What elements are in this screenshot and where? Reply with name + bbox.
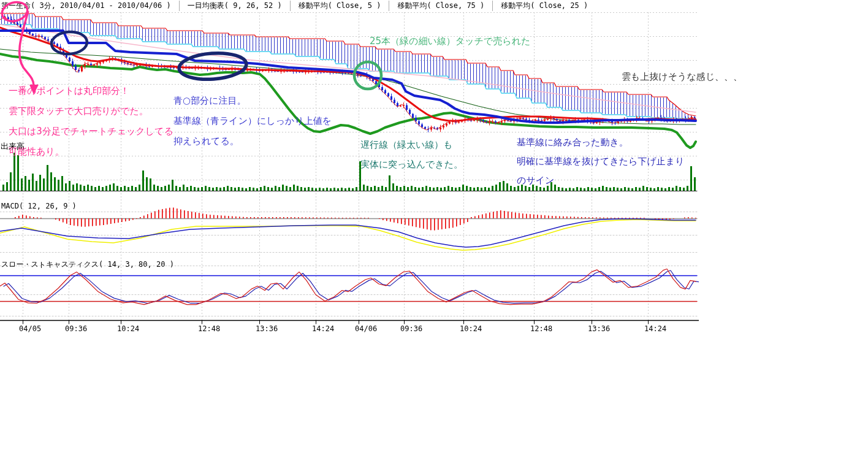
axis-tick-label: 14:24 [312,324,334,333]
axis-tick-label: 13:36 [588,324,610,333]
pink-annotation-text: 一番のポイントは丸印部分！ 雲下限タッチで大口売りがでた。 大口は3分足でチャー… [9,81,173,162]
axis-tick-label: 09:36 [65,324,87,333]
stochastics-label: スロー・ストキャスティクス( 14, 3, 80, 20 ) [1,259,174,270]
axis-tick-label: 04/06 [355,324,377,333]
macd-label: MACD( 12, 26, 9 ) [1,202,77,210]
axis-tick-label: 12:48 [530,324,552,333]
blue-right-annotation-text: 基準線に絡み合った動き。 明確に基準線を抜けてきたら下げ止まり のサイン [517,133,685,190]
axis-tick-label: 10:24 [117,324,139,333]
title-ma5: 移動平均( Close, 5 ) [299,1,390,11]
title-ma25: 移動平均( Close, 25 ) [501,1,596,11]
title-symbol: 第一生命( 3分, 2010/04/01 - 2010/04/06 ) [1,1,180,11]
blue-center-annotation-text: 青○部分に注目。 基準線（青ライン）にしっかり上値を 抑えられてる。 [173,91,332,151]
black-annotation-text: 雲も上抜けそうな感じ、、、 [622,71,742,83]
chart-area: 第一生命( 3分, 2010/04/01 - 2010/04/06 )一目均衡表… [0,0,699,337]
title-ma75: 移動平均( Close, 75 ) [397,1,493,11]
chart-title: 第一生命( 3分, 2010/04/01 - 2010/04/06 )一目均衡表… [1,1,604,11]
title-ichimoku: 一目均衡表( 9, 26, 52 ) [188,1,291,11]
axis-tick-label: 09:36 [400,324,422,333]
axis-tick-label: 04/05 [19,324,41,333]
axis-tick-label: 12:48 [198,324,220,333]
chart-screenshot: 第一生命( 3分, 2010/04/01 - 2010/04/06 )一目均衡表… [0,0,868,471]
axis-tick-label: 14:24 [644,324,666,333]
axis-tick-label: 10:24 [460,324,482,333]
axis-tick-label: 13:36 [256,324,278,333]
teal-annotation-text: 遅行線（緑太い線）も 実体に突っ込んできた。 [360,135,463,174]
green-annotation-text: 25本（緑の細い線）タッチで売られた [370,36,530,47]
